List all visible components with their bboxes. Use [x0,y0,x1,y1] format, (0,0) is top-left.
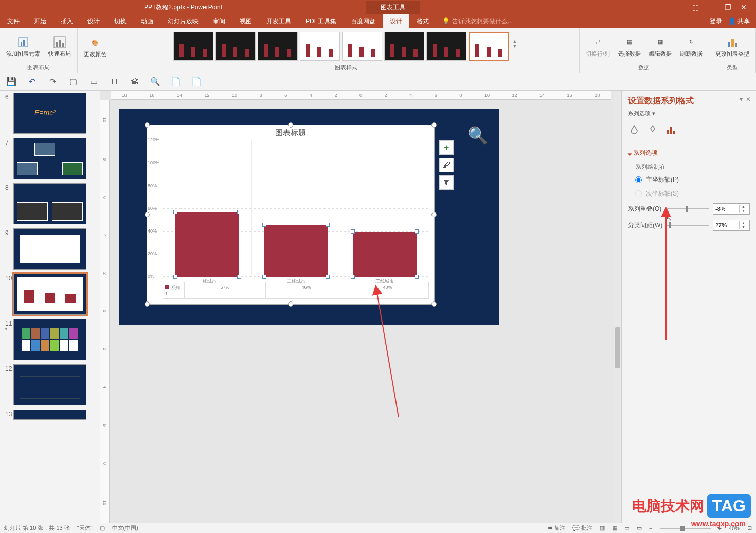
fill-line-icon[interactable] [628,123,640,136]
change-colors-button[interactable]: 🎨 更改颜色 [81,35,110,59]
pane-subtitle[interactable]: 系列选项 ▾ [628,110,750,117]
tab-chart-format[interactable]: 格式 [409,14,436,28]
qat-btn-4[interactable]: ▢ [68,77,78,87]
language-status[interactable]: 中文(中国) [112,524,138,532]
refresh-data-button[interactable]: ↻ 刷新数据 [677,34,706,59]
tab-review[interactable]: 审阅 [206,14,232,28]
gap-spinbox[interactable]: ▲▼ [713,220,750,231]
chart-styles-button[interactable]: 🖌 [439,158,454,172]
quick-layout-button[interactable]: 快速布局 [45,34,74,59]
slide-editor[interactable]: 18161412108642024681012141618 1086420246… [100,91,621,523]
chart-style-2[interactable] [215,32,256,61]
chart-style-5[interactable] [342,32,382,61]
slideshow-view-button[interactable]: ▭ [637,525,642,531]
minimize-button[interactable]: — [708,3,715,11]
spin-up-icon[interactable]: ▲ [740,205,747,209]
slide-counter[interactable]: 幻灯片 第 10 张，共 13 张 [4,524,70,532]
tab-home[interactable]: 开始 [27,14,53,28]
maximize-button[interactable]: ❐ [725,3,731,11]
slide-canvas[interactable]: 🔍 图表标题 0% 20% 40% 60% 80% 100% 120% [119,109,499,325]
slide-thumb-13[interactable]: 13 [5,410,98,420]
overlap-slider[interactable] [665,208,709,209]
tab-file[interactable]: 文件 [0,14,27,28]
spellcheck-icon[interactable]: ▢ [100,525,105,531]
change-chart-type-button[interactable]: 更改图表类型 [712,34,752,59]
tell-me-search[interactable]: 💡 告诉我您想要做什么... [442,17,513,26]
secondary-axis-radio[interactable]: 次坐标轴(S) [635,189,750,198]
qat-btn-6[interactable]: 🖥 [109,77,119,87]
tab-insert[interactable]: 插入 [53,14,80,28]
chart-filters-button[interactable] [439,175,454,190]
sorter-view-button[interactable]: ▦ [612,525,617,531]
qat-btn-10[interactable]: 📄 [191,77,202,87]
select-data-button[interactable]: ▦ 选择数据 [615,34,644,59]
series-options-icon[interactable] [665,123,677,136]
tab-pdf[interactable]: PDF工具集 [298,14,344,28]
effects-icon[interactable] [646,123,659,136]
chart-style-7[interactable] [426,32,466,61]
reading-view-button[interactable]: ▭ [624,525,629,531]
chart-plot-area[interactable]: 0% 20% 40% 60% 80% 100% 120% 一线城市 [163,140,429,277]
spin-down-icon[interactable]: ▼ [740,209,747,213]
tab-animations[interactable]: 动画 [134,14,160,28]
slide-thumb-11[interactable]: 11* [5,319,98,360]
zoom-out-button[interactable]: − [649,525,652,531]
styles-more[interactable]: ⎯ [513,49,517,54]
overlap-input[interactable] [713,206,739,212]
notes-button[interactable]: ≐ 备注 [548,524,565,532]
primary-axis-radio[interactable]: 主坐标轴(P) [635,175,750,184]
chart-bar-3[interactable] [353,232,417,277]
chart-style-3[interactable] [258,32,298,61]
slide-thumb-10[interactable]: 10 [5,274,98,315]
spin-up-icon[interactable]: ▲ [740,221,747,225]
chart-style-8[interactable] [469,32,509,61]
slide-thumb-6[interactable]: 6 E=mc² [5,93,98,134]
qat-btn-5[interactable]: ▭ [88,77,99,87]
editor-scrollbar[interactable] [614,91,621,523]
chart-style-4[interactable] [300,32,340,61]
slide-thumb-8[interactable]: 8 [5,183,98,224]
chart-tools-tab[interactable]: 图表工具 [366,1,420,14]
overlap-spinbox[interactable]: ▲▼ [713,203,750,215]
save-button[interactable]: 💾 [6,77,16,87]
add-chart-element-button[interactable]: 添加图表元素 [3,34,43,59]
switch-rowcol-button[interactable]: ⇄ 切换行/列 [583,34,613,59]
pane-dropdown-icon[interactable]: ▾ [740,96,743,103]
qat-btn-9[interactable]: 📄 [171,77,181,87]
close-button[interactable]: ✕ [741,3,747,11]
slide-thumb-12[interactable]: 12 [5,364,98,405]
chart-style-1[interactable] [173,32,213,61]
slide-thumbnail-panel[interactable]: 6 E=mc² 7 8 9 10 [0,91,100,523]
share-button[interactable]: 👤 共享 [728,17,750,26]
styles-scroll-down[interactable]: ▼ [513,44,517,49]
fit-to-window-button[interactable]: ⊡ [747,525,752,531]
tab-transitions[interactable]: 切换 [107,14,134,28]
chart-bar-1[interactable] [175,212,239,277]
slide-thumb-9[interactable]: 9 [5,228,98,270]
chart-bar-2[interactable] [264,225,328,277]
login-link[interactable]: 登录 [710,17,722,26]
qat-btn-8[interactable]: 🔍 [150,77,160,87]
tab-baidu[interactable]: 百度网盘 [344,14,383,28]
styles-scroll-up[interactable]: ▲ [513,39,517,44]
section-series-options[interactable]: 系列选项 [628,149,750,157]
ribbon-options-icon[interactable]: ⬚ [692,3,699,11]
redo-button[interactable]: ↷ [47,77,58,87]
pane-close-button[interactable]: ✕ [746,96,751,103]
tab-slideshow[interactable]: 幻灯片放映 [160,14,206,28]
tab-developer[interactable]: 开发工具 [259,14,298,28]
chart-style-6[interactable] [384,32,424,61]
slide-thumb-7[interactable]: 7 [5,138,98,179]
comments-button[interactable]: 💬 批注 [572,524,592,532]
undo-button[interactable]: ↶ [27,77,37,87]
tab-view[interactable]: 视图 [232,14,259,28]
primary-axis-input[interactable] [635,176,642,183]
spin-down-icon[interactable]: ▼ [740,225,747,229]
edit-data-button[interactable]: ▦ 编辑数据 [646,34,675,59]
qat-btn-7[interactable]: 📽 [130,77,140,87]
chart-elements-button[interactable]: + [439,140,454,155]
normal-view-button[interactable]: ▥ [600,525,605,531]
chart-object[interactable]: 图表标题 0% 20% 40% 60% 80% 100% 120% [147,125,435,305]
tab-design[interactable]: 设计 [80,14,107,28]
tab-chart-design[interactable]: 设计 [383,14,409,28]
